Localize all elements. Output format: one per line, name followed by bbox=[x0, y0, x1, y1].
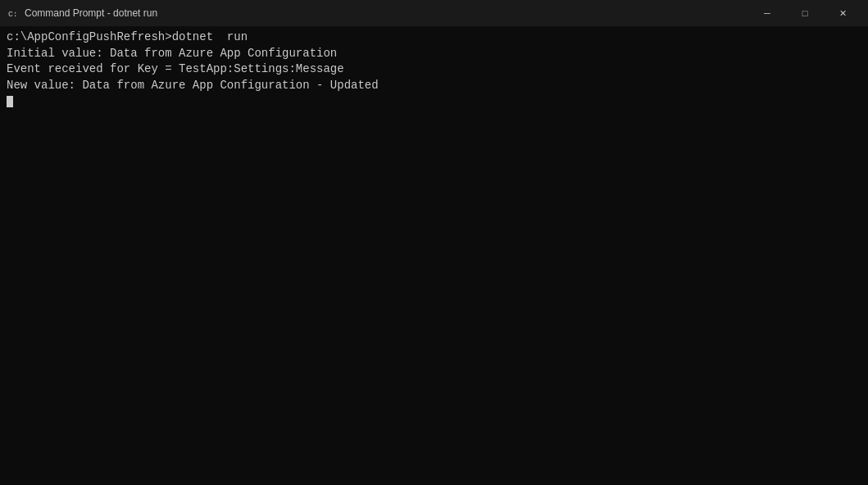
close-button[interactable]: ✕ bbox=[824, 0, 861, 26]
window-title: Command Prompt - dotnet run bbox=[25, 7, 157, 19]
svg-text:C:: C: bbox=[8, 10, 18, 19]
title-bar: C: Command Prompt - dotnet run ─ □ ✕ bbox=[0, 0, 868, 26]
console-cursor-line bbox=[7, 93, 861, 110]
title-bar-left: C: Command Prompt - dotnet run bbox=[7, 7, 157, 20]
console-line-4: New value: Data from Azure App Configura… bbox=[7, 78, 861, 94]
console-line-3: Event received for Key = TestApp:Setting… bbox=[7, 61, 861, 78]
cursor bbox=[7, 96, 13, 107]
minimize-button[interactable]: ─ bbox=[748, 0, 786, 26]
cmd-icon: C: bbox=[7, 7, 20, 20]
console-line-1: c:\AppConfigPushRefresh>dotnet run bbox=[7, 29, 861, 46]
window-controls: ─ □ ✕ bbox=[748, 0, 861, 26]
maximize-button[interactable]: □ bbox=[786, 0, 824, 26]
console-body: c:\AppConfigPushRefresh>dotnet run Initi… bbox=[0, 26, 868, 485]
console-line-2: Initial value: Data from Azure App Confi… bbox=[7, 46, 861, 62]
